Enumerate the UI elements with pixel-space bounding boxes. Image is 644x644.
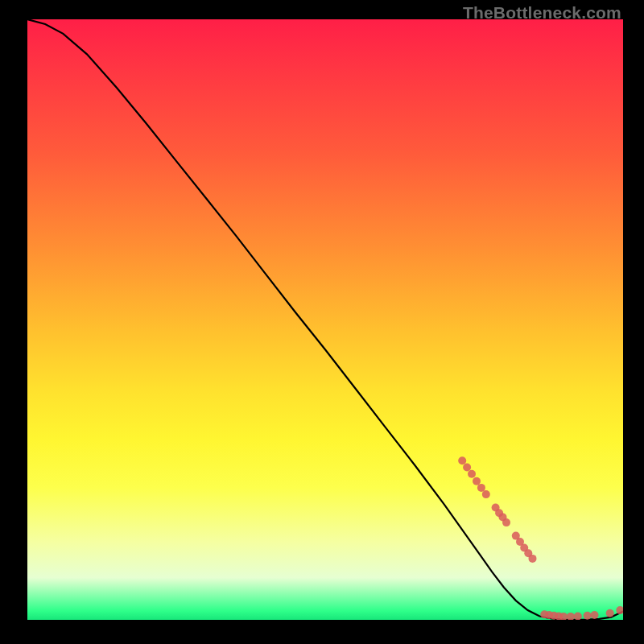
watermark-text: TheBottleneck.com	[463, 3, 621, 23]
data-point	[482, 490, 490, 498]
data-point	[606, 609, 614, 617]
main-curve	[27, 19, 623, 620]
data-point	[529, 555, 537, 563]
data-point	[574, 613, 582, 621]
data-point	[584, 612, 592, 620]
chart-stage: TheBottleneck.com	[0, 0, 644, 644]
data-point	[567, 613, 575, 620]
data-markers	[458, 456, 623, 620]
data-point	[463, 464, 471, 472]
curve-layer	[27, 19, 623, 620]
data-point	[458, 456, 466, 464]
data-point	[477, 484, 485, 492]
data-point	[502, 518, 510, 526]
plot-area	[27, 19, 623, 620]
data-point	[616, 606, 623, 614]
data-point	[468, 470, 476, 478]
data-point	[591, 611, 599, 619]
data-point	[473, 477, 481, 485]
